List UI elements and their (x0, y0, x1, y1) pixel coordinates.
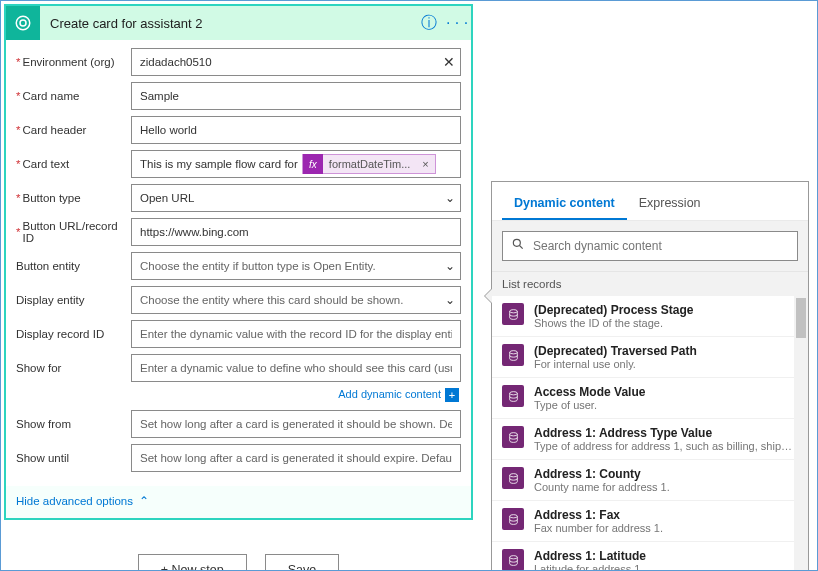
dynamic-content-panel: Dynamic content Expression List records … (491, 181, 809, 571)
label-button-type: *Button type (16, 192, 131, 204)
item-title: Address 1: Latitude (534, 549, 798, 563)
item-title: (Deprecated) Traversed Path (534, 344, 798, 358)
show-until-input[interactable] (131, 444, 461, 472)
entity-icon (502, 385, 524, 407)
card-title: Create card for assistant 2 (40, 16, 415, 31)
dynamic-content-item[interactable]: Address 1: FaxFax number for address 1. (492, 501, 808, 542)
svg-point-4 (509, 309, 517, 312)
label-card-header: *Card header (16, 124, 131, 136)
callout-arrow (484, 288, 492, 304)
entity-icon (502, 508, 524, 530)
svg-point-7 (509, 432, 517, 435)
label-card-name: *Card name (16, 90, 131, 102)
search-input[interactable] (533, 239, 789, 253)
item-title: (Deprecated) Process Stage (534, 303, 798, 317)
item-title: Access Mode Value (534, 385, 798, 399)
label-show-from: Show from (16, 418, 131, 430)
label-button-entity: Button entity (16, 260, 131, 272)
item-subtitle: For internal use only. (534, 358, 798, 370)
item-title: Address 1: Address Type Value (534, 426, 798, 440)
label-show-for: Show for (16, 362, 131, 374)
chevron-up-icon: ⌃ (139, 495, 149, 507)
svg-point-9 (509, 514, 517, 517)
card-name-input[interactable] (131, 82, 461, 110)
item-title: Address 1: County (534, 467, 798, 481)
entity-icon (502, 467, 524, 489)
dynamic-content-item[interactable]: Address 1: LatitudeLatitude for address … (492, 542, 808, 571)
entity-icon (502, 303, 524, 325)
expression-token[interactable]: fx formatDateTim... × (302, 154, 436, 174)
environment-input[interactable] (131, 48, 461, 76)
card-header: Create card for assistant 2 ⓘ · · · (6, 6, 471, 40)
search-icon (511, 237, 525, 255)
display-record-id-input[interactable] (131, 320, 461, 348)
show-for-input[interactable] (131, 354, 461, 382)
label-display-record-id: Display record ID (16, 328, 131, 340)
item-title: Address 1: Fax (534, 508, 798, 522)
label-show-until: Show until (16, 452, 131, 464)
remove-token-icon[interactable]: × (416, 158, 434, 170)
display-entity-select[interactable] (131, 286, 461, 314)
dynamic-content-item[interactable]: Address 1: CountyCounty name for address… (492, 460, 808, 501)
svg-point-8 (509, 473, 517, 476)
item-subtitle: Type of user. (534, 399, 798, 411)
item-subtitle: Shows the ID of the stage. (534, 317, 798, 329)
button-url-input[interactable] (131, 218, 461, 246)
entity-icon (502, 344, 524, 366)
hide-advanced-options[interactable]: Hide advanced options⌃ (6, 486, 471, 518)
show-from-input[interactable] (131, 410, 461, 438)
button-type-select[interactable] (131, 184, 461, 212)
dynamic-content-item[interactable]: (Deprecated) Process StageShows the ID o… (492, 296, 808, 337)
dynamic-content-item[interactable]: (Deprecated) Traversed PathFor internal … (492, 337, 808, 378)
tab-expression[interactable]: Expression (627, 186, 713, 220)
scrollbar-thumb[interactable] (796, 298, 806, 338)
svg-point-6 (509, 391, 517, 394)
section-header: List records (492, 271, 808, 296)
svg-point-5 (509, 350, 517, 353)
more-icon[interactable]: · · · (443, 14, 471, 32)
svg-point-0 (16, 16, 30, 30)
info-icon[interactable]: ⓘ (415, 13, 443, 34)
label-card-text: *Card text (16, 158, 131, 170)
label-environment: *Environment (org) (16, 56, 131, 68)
card-header-input[interactable] (131, 116, 461, 144)
svg-line-3 (520, 246, 523, 249)
svg-point-10 (509, 555, 517, 558)
label-display-entity: Display entity (16, 294, 131, 306)
connector-icon (6, 6, 40, 40)
fx-icon: fx (303, 154, 323, 174)
item-subtitle: Fax number for address 1. (534, 522, 798, 534)
clear-icon[interactable]: ✕ (443, 54, 455, 70)
plus-icon: + (445, 388, 459, 402)
new-step-button[interactable]: + New step (138, 554, 247, 571)
dynamic-content-item[interactable]: Address 1: Address Type ValueType of add… (492, 419, 808, 460)
action-card: Create card for assistant 2 ⓘ · · · *Env… (4, 4, 473, 520)
card-text-input[interactable]: This is my sample flow card for fx forma… (131, 150, 461, 178)
entity-icon (502, 549, 524, 571)
item-subtitle: Type of address for address 1, such as b… (534, 440, 798, 452)
svg-point-2 (513, 239, 520, 246)
entity-icon (502, 426, 524, 448)
svg-point-1 (20, 20, 26, 26)
save-button[interactable]: Save (265, 554, 340, 571)
label-button-url: *Button URL/record ID (16, 220, 131, 244)
dynamic-content-item[interactable]: Access Mode ValueType of user. (492, 378, 808, 419)
item-subtitle: County name for address 1. (534, 481, 798, 493)
add-dynamic-content-link[interactable]: Add dynamic content+ (16, 388, 461, 402)
scrollbar[interactable] (794, 296, 808, 571)
item-subtitle: Latitude for address 1. (534, 563, 798, 571)
tab-dynamic-content[interactable]: Dynamic content (502, 186, 627, 220)
button-entity-select[interactable] (131, 252, 461, 280)
